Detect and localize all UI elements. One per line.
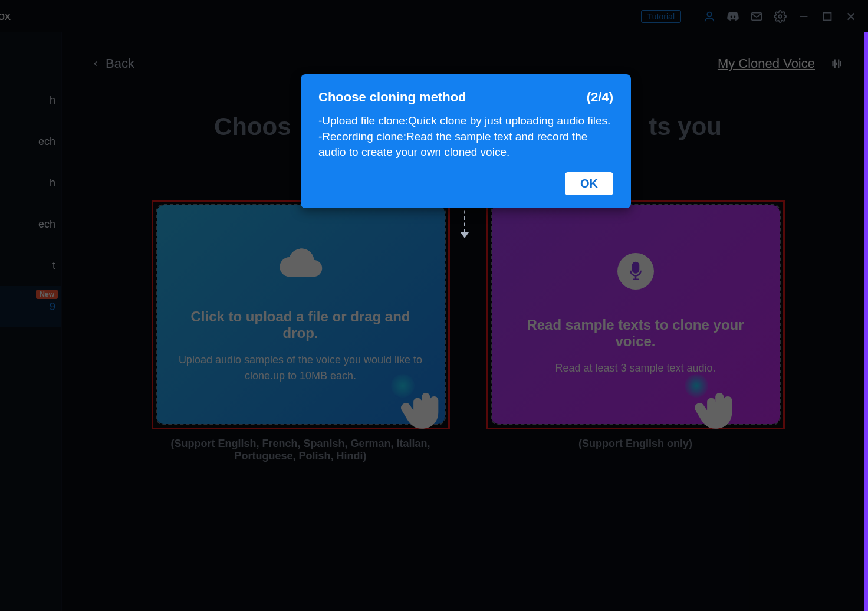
svg-rect-4 [824, 12, 831, 20]
new-badge: New [36, 290, 58, 299]
sidebar-item-4[interactable]: t [0, 245, 61, 286]
heading-right: ts you [649, 113, 722, 140]
right-links: My Cloned Voice [718, 56, 844, 71]
upload-card-sub: Upload audio samples of the voice you wo… [178, 352, 423, 384]
tutorial-button[interactable]: Tutorial [641, 10, 681, 23]
sidebar-item-label: 9 [50, 301, 55, 313]
tooltip-line2: -Recording clone:Read the sample text an… [318, 129, 613, 160]
back-button[interactable]: Back [91, 56, 134, 71]
settings-icon[interactable] [774, 10, 787, 23]
app-title: tBox [0, 9, 11, 23]
sidebar-item-label: ech [38, 218, 55, 231]
discord-icon[interactable] [726, 10, 739, 23]
mail-icon[interactable] [750, 10, 763, 23]
tooltip-body: -Upload file clone:Quick clone by just u… [318, 113, 613, 160]
sidebar-item-3[interactable]: ech [0, 203, 61, 245]
chevron-left-icon [91, 57, 100, 70]
heading-left: Choos [214, 113, 291, 140]
upload-dropzone-border: Click to upload a file or drag and drop.… [156, 204, 446, 425]
maximize-icon[interactable] [821, 10, 834, 23]
sidebar: h ech h ech t 9 New [0, 32, 62, 611]
record-border: Read sample texts to clone your voice. R… [491, 204, 781, 425]
svg-rect-7 [633, 262, 639, 273]
cloning-method-cards: Click to upload a file or drag and drop.… [91, 200, 844, 462]
record-support-text: (Support English only) [578, 438, 692, 450]
right-accent-bar [864, 32, 868, 611]
record-card-sub: Read at least 3 sample text audio. [555, 360, 715, 376]
upload-file-card[interactable]: Click to upload a file or drag and drop.… [157, 205, 445, 424]
upload-card-title: Click to upload a file or drag and drop. [178, 308, 423, 341]
sidebar-item-5[interactable]: 9 New [0, 286, 61, 327]
sidebar-item-2[interactable]: h [0, 162, 61, 203]
back-label: Back [106, 56, 134, 71]
tooltip-ok-button[interactable]: OK [565, 172, 613, 195]
divider [692, 10, 692, 23]
titlebar-right: Tutorial [641, 10, 857, 23]
sidebar-item-label: t [52, 259, 55, 272]
svg-point-0 [707, 12, 711, 16]
svg-point-2 [778, 15, 782, 18]
my-cloned-voice-link[interactable]: My Cloned Voice [718, 56, 815, 71]
highlight-box-upload: Click to upload a file or drag and drop.… [152, 200, 450, 429]
record-card-title: Read sample texts to clone your voice. [513, 317, 758, 350]
sidebar-item-label: ech [38, 136, 55, 148]
minimize-icon[interactable] [797, 10, 810, 23]
sidebar-item-1[interactable]: ech [0, 121, 61, 162]
waveform-icon[interactable] [829, 56, 844, 71]
cloud-upload-icon [278, 246, 323, 285]
tooltip-line1: -Upload file clone:Quick clone by just u… [318, 113, 613, 129]
sidebar-item-label: h [50, 94, 55, 107]
tooltip-connector-arrow [463, 204, 465, 239]
sidebar-item-0[interactable]: h [0, 80, 61, 121]
record-card[interactable]: Read sample texts to clone your voice. R… [492, 205, 780, 424]
tooltip-title: Choose cloning method [318, 90, 466, 105]
highlight-box-record: Read sample texts to clone your voice. R… [486, 200, 785, 429]
upload-support-text: (Support English, French, Spanish, Germa… [153, 438, 448, 462]
close-icon[interactable] [844, 10, 857, 23]
titlebar: tBox Tutorial [0, 0, 868, 32]
account-icon[interactable] [703, 10, 716, 23]
tooltip-step: (2/4) [587, 90, 613, 105]
content-topbar: Back My Cloned Voice [91, 56, 844, 71]
microphone-icon [617, 253, 654, 290]
onboarding-tooltip: Choose cloning method (2/4) -Upload file… [301, 74, 631, 208]
sidebar-item-label: h [50, 177, 55, 189]
